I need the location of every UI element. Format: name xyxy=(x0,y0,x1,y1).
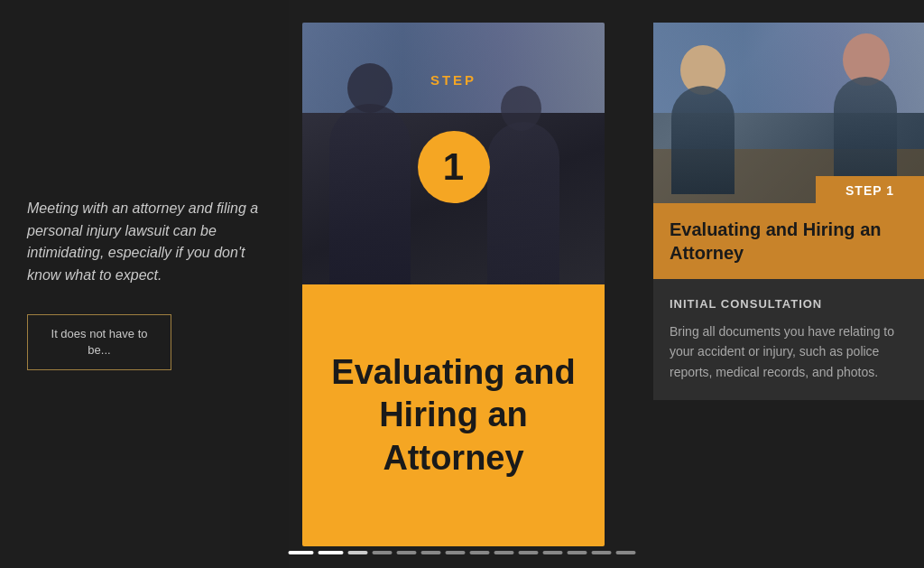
left-description: Meeting with an attorney and filing a pe… xyxy=(27,198,262,287)
dot-8[interactable] xyxy=(470,551,490,554)
right-section-heading: INITIAL CONSULTATION xyxy=(670,297,908,311)
center-title: Evaluating and Hiring an Attorney xyxy=(329,351,578,480)
dot-12[interactable] xyxy=(568,551,587,554)
dot-13[interactable] xyxy=(592,551,612,554)
silhouette-body-left xyxy=(329,104,411,303)
step-number-circle: 1 xyxy=(418,131,490,203)
right-person-body-1 xyxy=(671,86,735,194)
cta-button[interactable]: It does not have to be... xyxy=(27,314,171,370)
dot-14[interactable] xyxy=(616,551,636,554)
photo-wall xyxy=(302,23,605,113)
right-body-text: Bring all documents you have relating to… xyxy=(670,321,908,382)
progress-dots xyxy=(289,551,636,554)
dot-4[interactable] xyxy=(373,551,393,554)
right-title: Evaluating and Hiring an Attorney xyxy=(653,203,924,279)
step-number: 1 xyxy=(443,145,464,189)
dot-7[interactable] xyxy=(446,551,466,554)
dot-3[interactable] xyxy=(348,551,368,554)
right-panel: STEP 1 Evaluating and Hiring an Attorney… xyxy=(653,23,924,400)
dot-9[interactable] xyxy=(494,551,514,554)
dot-1[interactable] xyxy=(289,551,314,554)
dot-10[interactable] xyxy=(519,551,539,554)
step-label: STEP xyxy=(430,72,476,88)
silhouette-body-right xyxy=(487,122,559,303)
dot-6[interactable] xyxy=(421,551,441,554)
center-title-box: Evaluating and Hiring an Attorney xyxy=(302,284,605,546)
left-panel: Meeting with an attorney and filing a pe… xyxy=(0,0,289,568)
right-step-badge: STEP 1 xyxy=(816,176,924,205)
dot-5[interactable] xyxy=(397,551,417,554)
dot-2[interactable] xyxy=(319,551,344,554)
right-content: INITIAL CONSULTATION Bring all documents… xyxy=(653,279,924,400)
dot-11[interactable] xyxy=(543,551,563,554)
center-card: STEP 1 Evaluating and Hiring an Attorney xyxy=(302,23,605,546)
